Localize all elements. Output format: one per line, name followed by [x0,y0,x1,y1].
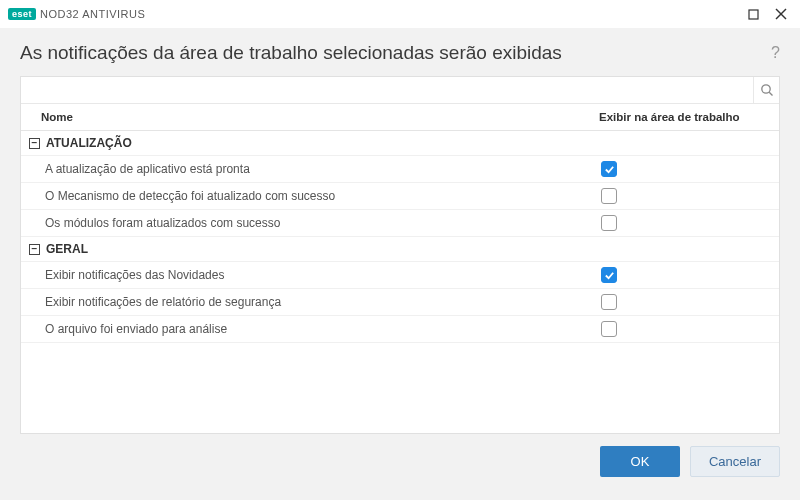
cancel-button[interactable]: Cancelar [690,446,780,477]
item-check-cell [601,294,769,310]
footer: OK Cancelar [0,446,800,493]
item-check-cell [601,267,769,283]
brand: eset NOD32 ANTIVIRUS [8,8,145,20]
header: As notificações da área de trabalho sele… [0,28,800,72]
table-body: −ATUALIZAÇÃOA atualização de aplicativo … [21,131,779,343]
item-check-cell [601,321,769,337]
column-name: Nome [41,111,599,123]
svg-point-3 [761,85,769,93]
settings-panel: Nome Exibir na área de trabalho −ATUALIZ… [20,76,780,434]
checkbox[interactable] [601,321,617,337]
item-label: O Mecanismo de detecção foi atualizado c… [45,189,601,203]
brand-text: NOD32 ANTIVIRUS [40,8,145,20]
checkbox[interactable] [601,188,617,204]
collapse-icon[interactable]: − [29,138,40,149]
group-header[interactable]: −ATUALIZAÇÃO [21,131,779,156]
svg-line-4 [769,92,772,95]
table-row: Os módulos foram atualizados com sucesso [21,210,779,237]
help-icon[interactable]: ? [771,44,780,62]
table-row: Exibir notificações das Novidades [21,262,779,289]
group-label: GERAL [46,242,88,256]
collapse-icon[interactable]: − [29,244,40,255]
table-row: Exibir notificações de relatório de segu… [21,289,779,316]
search-input[interactable] [21,77,753,103]
window-controls [746,7,792,21]
titlebar: eset NOD32 ANTIVIRUS [0,0,800,28]
maximize-button[interactable] [746,7,760,21]
item-label: Exibir notificações das Novidades [45,268,601,282]
checkbox[interactable] [601,294,617,310]
checkbox[interactable] [601,215,617,231]
checkbox[interactable] [601,267,617,283]
table-header: Nome Exibir na área de trabalho [21,104,779,131]
ok-button[interactable]: OK [600,446,680,477]
column-show: Exibir na área de trabalho [599,111,769,123]
group-label: ATUALIZAÇÃO [46,136,132,150]
brand-logo: eset [8,8,36,20]
close-button[interactable] [774,7,788,21]
item-label: Os módulos foram atualizados com sucesso [45,216,601,230]
group-header[interactable]: −GERAL [21,237,779,262]
item-check-cell [601,188,769,204]
item-check-cell [601,161,769,177]
search-row [21,77,779,104]
item-label: O arquivo foi enviado para análise [45,322,601,336]
table-row: A atualização de aplicativo está pronta [21,156,779,183]
svg-rect-0 [749,10,758,19]
table-row: O arquivo foi enviado para análise [21,316,779,343]
table-row: O Mecanismo de detecção foi atualizado c… [21,183,779,210]
page-title: As notificações da área de trabalho sele… [20,42,771,64]
item-label: Exibir notificações de relatório de segu… [45,295,601,309]
checkbox[interactable] [601,161,617,177]
item-label: A atualização de aplicativo está pronta [45,162,601,176]
search-button[interactable] [753,77,779,103]
item-check-cell [601,215,769,231]
